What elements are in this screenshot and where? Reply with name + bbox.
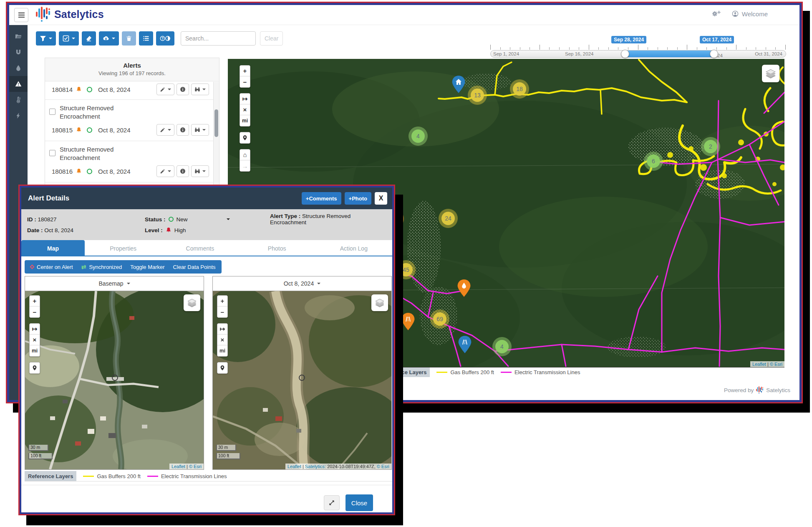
sidebar-item-temperature[interactable] xyxy=(9,92,28,108)
timeline-handle-right[interactable] xyxy=(710,50,718,58)
expand-modal-button[interactable] xyxy=(324,495,340,510)
find-alert-button[interactable] xyxy=(191,84,209,95)
cluster-marker[interactable]: 4 xyxy=(492,337,512,356)
clear-measure-button[interactable]: × xyxy=(30,334,40,345)
status-caret-icon[interactable] xyxy=(227,218,230,220)
find-alert-button[interactable] xyxy=(191,124,209,136)
edit-alert-button[interactable] xyxy=(156,84,174,95)
caret-down-icon xyxy=(168,170,171,172)
timeline-selected-range[interactable] xyxy=(625,51,714,57)
units-button[interactable]: mi xyxy=(240,115,250,126)
measure-button[interactable]: ↦ xyxy=(30,324,40,334)
zoom-in-button[interactable]: + xyxy=(30,296,40,307)
tab-properties[interactable]: Properties xyxy=(85,240,161,256)
tab-photos[interactable]: Photos xyxy=(239,240,315,256)
user-menu[interactable]: Welcome xyxy=(732,10,768,18)
clear-search-button[interactable]: Clear xyxy=(260,31,283,46)
cluster-marker[interactable]: 6 xyxy=(644,152,663,171)
tab-action-log[interactable]: Action Log xyxy=(315,240,392,256)
layers-control-button[interactable] xyxy=(762,65,779,82)
zoom-out-button[interactable]: − xyxy=(30,307,40,317)
alert-info-button[interactable] xyxy=(177,84,189,95)
tab-map[interactable]: Map xyxy=(21,240,85,256)
alert-info-button[interactable] xyxy=(177,124,189,136)
timeline-tick xyxy=(648,47,648,50)
locate-button[interactable] xyxy=(217,362,227,373)
alerts-record-count: Viewing 196 of 197 records. xyxy=(45,70,219,76)
sidebar-item-magnet[interactable] xyxy=(9,44,28,60)
cluster-marker[interactable]: 18 xyxy=(510,79,529,99)
capture-date-select[interactable]: Oct 8, 2024 xyxy=(284,280,320,287)
units-button[interactable]: mi xyxy=(30,345,40,356)
map-pin-droplet[interactable] xyxy=(457,279,471,297)
maptool-clear-data-points[interactable]: Clear Data Points xyxy=(173,264,216,270)
i-pencil-icon xyxy=(160,168,166,174)
help-toggle-button[interactable] xyxy=(156,31,174,46)
add-photo-button[interactable]: +Photo xyxy=(345,192,371,205)
sidebar-item-projects[interactable] xyxy=(9,28,28,44)
sidebar-item-alerts[interactable] xyxy=(9,76,28,92)
map-pin-home[interactable] xyxy=(451,75,466,94)
cluster-marker[interactable]: 2 xyxy=(701,137,720,156)
download-button[interactable] xyxy=(99,31,119,46)
zoom-out-button[interactable]: − xyxy=(240,76,250,87)
locate-button[interactable] xyxy=(30,362,40,373)
tab-comments[interactable]: Comments xyxy=(161,240,238,256)
basemap-layers-button[interactable] xyxy=(184,294,200,311)
capture-date-map[interactable]: +−↦×mi 30 m 100 ft Leaflet | Satelytics:… xyxy=(213,291,391,469)
legend-item: Electric Transmission Lines xyxy=(501,369,580,375)
map-pin-road[interactable] xyxy=(401,312,415,331)
alert-checkbox[interactable] xyxy=(49,150,55,156)
zoom-in-button[interactable]: + xyxy=(240,66,250,76)
edit-alert-button[interactable] xyxy=(156,165,174,177)
close-button[interactable]: Close xyxy=(345,494,373,511)
leaflet-link[interactable]: Leaflet xyxy=(752,362,766,367)
find-alert-button[interactable] xyxy=(191,165,209,177)
timeline-handle-left[interactable] xyxy=(621,50,629,58)
cluster-marker[interactable]: 69 xyxy=(430,309,449,329)
close-modal-button[interactable]: X xyxy=(375,192,387,205)
menu-toggle-button[interactable] xyxy=(14,8,28,22)
alerts-scrollbar[interactable] xyxy=(213,82,219,191)
home-extent-button[interactable]: ⌂ xyxy=(240,149,250,160)
settings-gears-icon[interactable] xyxy=(711,10,721,18)
basemap-select[interactable]: Basemap xyxy=(98,280,130,287)
list-button[interactable] xyxy=(139,31,153,46)
eraser-button[interactable] xyxy=(82,31,96,46)
measure-button[interactable]: ↦ xyxy=(217,324,227,334)
alert-checkbox[interactable] xyxy=(49,109,55,115)
alert-info-button[interactable] xyxy=(177,165,189,177)
cluster-marker[interactable]: 4 xyxy=(409,127,428,146)
timeline-tick xyxy=(608,47,609,50)
delete-button[interactable] xyxy=(122,31,136,46)
map-pin-road[interactable] xyxy=(458,335,472,354)
select-button[interactable] xyxy=(59,31,79,46)
zoom-out-button[interactable]: − xyxy=(217,307,227,317)
units-button[interactable]: mi xyxy=(217,345,227,356)
clear-measure-button[interactable]: × xyxy=(240,104,250,115)
sidebar-item-energy[interactable] xyxy=(9,108,28,124)
cluster-marker[interactable]: 45 xyxy=(396,260,416,279)
scrollbar-thumb[interactable] xyxy=(214,109,218,137)
esri-link[interactable]: © Esri xyxy=(770,362,782,367)
level-bell-icon xyxy=(166,227,171,233)
locate-button[interactable] xyxy=(240,132,250,143)
zoom-in-button[interactable]: + xyxy=(217,296,227,307)
cluster-marker[interactable]: 24 xyxy=(439,209,458,228)
maptool-toggle-marker[interactable]: Toggle Marker xyxy=(130,264,164,270)
clear-measure-button[interactable]: × xyxy=(217,334,227,345)
maptool-center-on-alert[interactable]: Center on Alert xyxy=(30,264,73,270)
status-select[interactable]: New xyxy=(177,216,188,223)
sidebar-item-water[interactable] xyxy=(9,60,28,76)
maptool-synchronized[interactable]: ⇄Synchronized xyxy=(81,264,122,270)
forward-button[interactable]: → xyxy=(240,160,250,171)
filter-button[interactable] xyxy=(36,31,56,46)
capture-layers-button[interactable] xyxy=(371,294,388,311)
basemap-map[interactable]: +−↦×mi 30 m 100 ft Leaflet | © Esri xyxy=(25,291,204,469)
timeline-track[interactable]: Sep 1, 2024 Sep 16, 2024 Oct 16, 2024 Oc… xyxy=(490,50,786,58)
measure-button[interactable]: ↦ xyxy=(240,94,250,104)
add-comments-button[interactable]: +Comments xyxy=(302,192,341,205)
cluster-marker[interactable]: 13 xyxy=(468,86,487,105)
search-input[interactable] xyxy=(181,31,256,46)
edit-alert-button[interactable] xyxy=(156,124,174,136)
